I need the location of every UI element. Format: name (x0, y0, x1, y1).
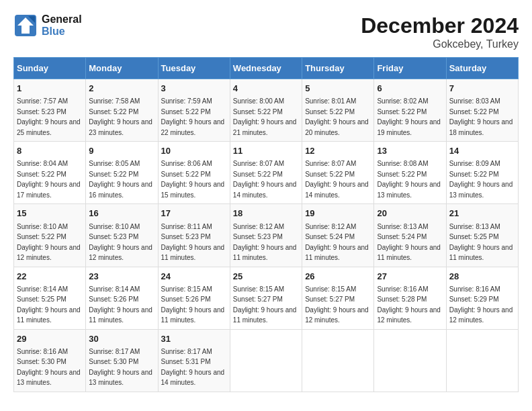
day-number: 28 (449, 271, 515, 283)
day-info: Sunrise: 8:02 AMSunset: 5:22 PMDaylight:… (377, 97, 441, 136)
calendar-day-cell: 12 Sunrise: 8:07 AMSunset: 5:22 PMDaylig… (302, 142, 374, 204)
calendar-day-cell: 13 Sunrise: 8:08 AMSunset: 5:22 PMDaylig… (374, 142, 446, 204)
calendar-day-cell: 17 Sunrise: 8:11 AMSunset: 5:23 PMDaylig… (158, 204, 230, 267)
day-number: 12 (305, 145, 371, 157)
calendar-day-cell: 9 Sunrise: 8:05 AMSunset: 5:22 PMDayligh… (86, 142, 158, 204)
day-info: Sunrise: 8:16 AMSunset: 5:29 PMDaylight:… (449, 285, 513, 324)
calendar-week-row: 29 Sunrise: 8:16 AMSunset: 5:30 PMDaylig… (14, 329, 519, 392)
logo: General Blue (13, 13, 82, 38)
day-number: 20 (377, 208, 443, 220)
title-block: December 2024 Gokcebey, Turkey (361, 13, 519, 50)
day-number: 9 (89, 145, 154, 157)
day-number: 5 (305, 83, 371, 95)
calendar-day-cell: 26 Sunrise: 8:15 AMSunset: 5:27 PMDaylig… (302, 267, 374, 329)
weekday-header: Wednesday (230, 58, 302, 79)
calendar-day-cell: 25 Sunrise: 8:15 AMSunset: 5:27 PMDaylig… (230, 267, 302, 329)
day-number: 11 (233, 145, 299, 157)
calendar-day-cell: 28 Sunrise: 8:16 AMSunset: 5:29 PMDaylig… (446, 267, 518, 329)
calendar-day-cell: 27 Sunrise: 8:16 AMSunset: 5:28 PMDaylig… (374, 267, 446, 329)
day-info: Sunrise: 8:14 AMSunset: 5:25 PMDaylight:… (17, 285, 81, 324)
day-info: Sunrise: 8:03 AMSunset: 5:22 PMDaylight:… (449, 97, 513, 136)
day-number: 30 (89, 333, 154, 345)
day-number: 17 (161, 208, 227, 220)
calendar-day-cell: 2 Sunrise: 7:58 AMSunset: 5:22 PMDayligh… (86, 79, 158, 142)
day-info: Sunrise: 8:05 AMSunset: 5:22 PMDaylight:… (89, 160, 152, 199)
calendar-day-cell: 18 Sunrise: 8:12 AMSunset: 5:23 PMDaylig… (230, 204, 302, 267)
calendar-day-cell: 15 Sunrise: 8:10 AMSunset: 5:22 PMDaylig… (14, 204, 86, 267)
day-number: 29 (17, 333, 83, 345)
calendar-day-cell: 8 Sunrise: 8:04 AMSunset: 5:22 PMDayligh… (14, 142, 86, 204)
weekday-header-row: SundayMondayTuesdayWednesdayThursdayFrid… (14, 58, 519, 79)
calendar-day-cell: 6 Sunrise: 8:02 AMSunset: 5:22 PMDayligh… (374, 79, 446, 142)
day-info: Sunrise: 7:58 AMSunset: 5:22 PMDaylight:… (89, 97, 152, 136)
day-number: 18 (233, 208, 299, 220)
day-number: 27 (377, 271, 443, 283)
day-info: Sunrise: 8:10 AMSunset: 5:22 PMDaylight:… (17, 223, 81, 262)
logo-text-line1: General (42, 13, 82, 26)
day-number: 26 (305, 271, 371, 283)
day-number: 21 (449, 208, 515, 220)
calendar-day-cell: 20 Sunrise: 8:13 AMSunset: 5:24 PMDaylig… (374, 204, 446, 267)
weekday-header: Thursday (302, 58, 374, 79)
month-title: December 2024 (361, 13, 519, 38)
calendar-day-cell: 11 Sunrise: 8:07 AMSunset: 5:22 PMDaylig… (230, 142, 302, 204)
day-number: 1 (17, 83, 83, 95)
day-info: Sunrise: 8:15 AMSunset: 5:27 PMDaylight:… (305, 285, 369, 324)
day-info: Sunrise: 8:12 AMSunset: 5:23 PMDaylight:… (233, 223, 297, 262)
day-info: Sunrise: 8:16 AMSunset: 5:28 PMDaylight:… (377, 285, 441, 324)
day-info: Sunrise: 8:17 AMSunset: 5:31 PMDaylight:… (161, 348, 225, 387)
calendar-day-cell: 5 Sunrise: 8:01 AMSunset: 5:22 PMDayligh… (302, 79, 374, 142)
day-number: 13 (377, 145, 443, 157)
day-info: Sunrise: 8:16 AMSunset: 5:30 PMDaylight:… (17, 348, 81, 387)
day-info: Sunrise: 7:57 AMSunset: 5:23 PMDaylight:… (17, 97, 81, 136)
weekday-header: Monday (86, 58, 158, 79)
day-number: 22 (17, 271, 83, 283)
day-number: 31 (161, 333, 227, 345)
calendar-day-cell: 21 Sunrise: 8:13 AMSunset: 5:25 PMDaylig… (446, 204, 518, 267)
logo-text-line2: Blue (42, 26, 82, 38)
calendar-day-cell: 7 Sunrise: 8:03 AMSunset: 5:22 PMDayligh… (446, 79, 518, 142)
weekday-header: Sunday (14, 58, 86, 79)
day-info: Sunrise: 8:04 AMSunset: 5:22 PMDaylight:… (17, 160, 81, 199)
calendar-day-cell: 14 Sunrise: 8:09 AMSunset: 5:22 PMDaylig… (446, 142, 518, 204)
day-number: 25 (233, 271, 299, 283)
calendar-day-cell: 1 Sunrise: 7:57 AMSunset: 5:23 PMDayligh… (14, 79, 86, 142)
weekday-header: Tuesday (158, 58, 230, 79)
day-number: 14 (449, 145, 515, 157)
day-number: 15 (17, 208, 83, 220)
calendar-week-row: 8 Sunrise: 8:04 AMSunset: 5:22 PMDayligh… (14, 142, 519, 204)
day-info: Sunrise: 8:11 AMSunset: 5:23 PMDaylight:… (161, 223, 225, 262)
day-info: Sunrise: 8:14 AMSunset: 5:26 PMDaylight:… (89, 285, 152, 324)
day-number: 23 (89, 271, 154, 283)
calendar-day-cell: 23 Sunrise: 8:14 AMSunset: 5:26 PMDaylig… (86, 267, 158, 329)
calendar-day-cell (302, 329, 374, 392)
day-number: 4 (233, 83, 299, 95)
day-info: Sunrise: 8:15 AMSunset: 5:27 PMDaylight:… (233, 285, 297, 324)
calendar-day-cell: 31 Sunrise: 8:17 AMSunset: 5:31 PMDaylig… (158, 329, 230, 392)
calendar-day-cell (230, 329, 302, 392)
day-number: 8 (17, 145, 83, 157)
logo-icon (13, 13, 38, 38)
day-number: 7 (449, 83, 515, 95)
day-info: Sunrise: 8:17 AMSunset: 5:30 PMDaylight:… (89, 348, 152, 387)
calendar-day-cell: 19 Sunrise: 8:12 AMSunset: 5:24 PMDaylig… (302, 204, 374, 267)
weekday-header: Saturday (446, 58, 518, 79)
day-info: Sunrise: 8:13 AMSunset: 5:25 PMDaylight:… (449, 223, 513, 262)
calendar-day-cell: 3 Sunrise: 7:59 AMSunset: 5:22 PMDayligh… (158, 79, 230, 142)
calendar-week-row: 1 Sunrise: 7:57 AMSunset: 5:23 PMDayligh… (14, 79, 519, 142)
weekday-header: Friday (374, 58, 446, 79)
day-info: Sunrise: 8:06 AMSunset: 5:22 PMDaylight:… (161, 160, 225, 199)
calendar-day-cell (446, 329, 518, 392)
page-header: General Blue December 2024 Gokcebey, Tur… (13, 13, 519, 50)
day-info: Sunrise: 7:59 AMSunset: 5:22 PMDaylight:… (161, 97, 225, 136)
day-number: 16 (89, 208, 154, 220)
day-info: Sunrise: 8:00 AMSunset: 5:22 PMDaylight:… (233, 97, 297, 136)
calendar-table: SundayMondayTuesdayWednesdayThursdayFrid… (13, 57, 519, 392)
day-info: Sunrise: 8:12 AMSunset: 5:24 PMDaylight:… (305, 223, 369, 262)
day-number: 24 (161, 271, 227, 283)
day-number: 2 (89, 83, 154, 95)
day-info: Sunrise: 8:01 AMSunset: 5:22 PMDaylight:… (305, 97, 369, 136)
day-info: Sunrise: 8:10 AMSunset: 5:23 PMDaylight:… (89, 223, 152, 262)
calendar-day-cell: 10 Sunrise: 8:06 AMSunset: 5:22 PMDaylig… (158, 142, 230, 204)
location: Gokcebey, Turkey (361, 38, 519, 50)
